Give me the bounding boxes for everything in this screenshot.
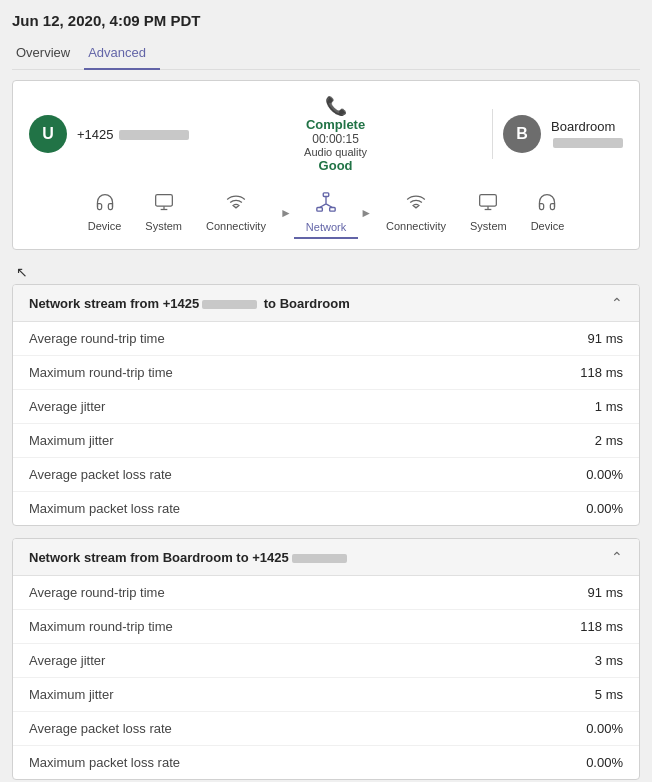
row-label: Average round-trip time	[29, 585, 165, 600]
network-icon	[315, 191, 337, 218]
stream2-chevron-up[interactable]: ⌃	[611, 549, 623, 565]
nav-item-connectivity-left[interactable]: Connectivity	[194, 188, 278, 238]
row-label: Average jitter	[29, 653, 105, 668]
table-row: Maximum round-trip time 118 ms	[13, 610, 639, 644]
nav-label-network: Network	[306, 221, 346, 233]
table-row: Average round-trip time 91 ms	[13, 576, 639, 610]
row-value: 0.00%	[586, 501, 623, 516]
table-row: Maximum round-trip time 118 ms	[13, 356, 639, 390]
phone-icon: 📞	[189, 95, 482, 117]
row-label: Maximum packet loss rate	[29, 755, 180, 770]
nav-item-system-right[interactable]: System	[458, 188, 519, 238]
row-value: 0.00%	[586, 467, 623, 482]
row-value: 91 ms	[588, 585, 623, 600]
stream1-redacted	[202, 300, 257, 309]
tab-overview[interactable]: Overview	[12, 39, 84, 70]
caller-right-redacted	[553, 138, 623, 148]
caller-left-phone: +1425	[77, 127, 114, 142]
caller-left-avatar: U	[29, 115, 67, 153]
stream1-section: Network stream from +1425 to Boardroom ⌃…	[12, 284, 640, 526]
call-center-status: 📞 Complete 00:00:15 Audio quality Good	[189, 95, 482, 173]
stream1-title: Network stream from +1425 to Boardroom	[29, 296, 350, 311]
row-label: Average round-trip time	[29, 331, 165, 346]
call-duration: 00:00:15	[189, 132, 482, 146]
nav-label-system-left: System	[145, 220, 182, 232]
stream1-chevron-up[interactable]: ⌃	[611, 295, 623, 311]
svg-line-8	[326, 204, 332, 208]
arrow-right-icon-2: ►	[358, 206, 374, 220]
table-row: Average packet loss rate 0.00%	[13, 458, 639, 492]
nav-label-device-right: Device	[531, 220, 565, 232]
caller-left-info: +1425	[77, 127, 189, 142]
row-value: 3 ms	[595, 653, 623, 668]
stream1-title-prefix: Network stream from +1425	[29, 296, 199, 311]
row-label: Maximum round-trip time	[29, 619, 173, 634]
nav-item-network[interactable]: Network	[294, 187, 358, 239]
svg-line-7	[320, 204, 326, 208]
audio-quality-label: Audio quality	[189, 146, 482, 158]
row-label: Maximum round-trip time	[29, 365, 173, 380]
nav-item-connectivity-right[interactable]: Connectivity	[374, 188, 458, 238]
stream2-header: Network stream from Boardroom to +1425 ⌃	[13, 539, 639, 576]
wifi-icon-right	[406, 192, 426, 217]
nav-item-system-left[interactable]: System	[133, 188, 194, 238]
row-value: 118 ms	[580, 365, 623, 380]
table-row: Maximum packet loss rate 0.00%	[13, 492, 639, 525]
nav-item-device-right[interactable]: Device	[519, 188, 577, 238]
cursor-area: ↖	[12, 262, 640, 284]
caller-right-name: Boardroom	[551, 119, 623, 134]
row-label: Maximum packet loss rate	[29, 501, 180, 516]
page-timestamp: Jun 12, 2020, 4:09 PM PDT	[12, 12, 640, 29]
monitor-icon-right	[478, 192, 498, 217]
nav-label-device-left: Device	[88, 220, 122, 232]
svg-rect-0	[155, 195, 172, 207]
svg-rect-9	[480, 195, 497, 207]
row-value: 118 ms	[580, 619, 623, 634]
svg-rect-3	[323, 193, 329, 197]
nav-item-device-left[interactable]: Device	[76, 188, 134, 238]
row-value: 1 ms	[595, 399, 623, 414]
row-label: Average jitter	[29, 399, 105, 414]
stream1-rows: Average round-trip time 91 ms Maximum ro…	[13, 322, 639, 525]
caller-left-redacted	[119, 130, 189, 140]
page-wrapper: Jun 12, 2020, 4:09 PM PDT Overview Advan…	[0, 0, 652, 782]
table-row: Average jitter 3 ms	[13, 644, 639, 678]
nav-label-system-right: System	[470, 220, 507, 232]
table-row: Maximum packet loss rate 0.00%	[13, 746, 639, 779]
nav-label-connectivity-right: Connectivity	[386, 220, 446, 232]
call-status: Complete	[189, 117, 482, 132]
table-row: Average round-trip time 91 ms	[13, 322, 639, 356]
audio-quality-value: Good	[189, 158, 482, 173]
network-nav: Device System Connectivity	[29, 187, 623, 239]
wifi-icon-left	[226, 192, 246, 217]
call-header: U +1425 📞 Complete 00:00:15 Audio qualit…	[29, 95, 623, 173]
monitor-icon-left	[154, 192, 174, 217]
row-value: 5 ms	[595, 687, 623, 702]
caller-right: B Boardroom	[503, 115, 623, 153]
cursor-indicator: ↖	[16, 264, 28, 280]
table-row: Maximum jitter 5 ms	[13, 678, 639, 712]
divider-vertical	[492, 109, 493, 159]
stream2-section: Network stream from Boardroom to +1425 ⌃…	[12, 538, 640, 780]
stream2-title-prefix: Network stream from Boardroom to +1425	[29, 550, 289, 565]
tab-advanced[interactable]: Advanced	[84, 39, 160, 70]
row-label: Average packet loss rate	[29, 721, 172, 736]
row-label: Maximum jitter	[29, 687, 114, 702]
table-row: Average jitter 1 ms	[13, 390, 639, 424]
row-value: 91 ms	[588, 331, 623, 346]
tabs-bar: Overview Advanced	[12, 39, 640, 70]
stream2-title: Network stream from Boardroom to +1425	[29, 550, 350, 565]
stream2-redacted	[292, 554, 347, 563]
row-value: 0.00%	[586, 755, 623, 770]
row-value: 0.00%	[586, 721, 623, 736]
table-row: Average packet loss rate 0.00%	[13, 712, 639, 746]
stream2-rows: Average round-trip time 91 ms Maximum ro…	[13, 576, 639, 779]
headset-icon-right	[537, 192, 557, 217]
stream1-header: Network stream from +1425 to Boardroom ⌃	[13, 285, 639, 322]
caller-left: U +1425	[29, 115, 189, 153]
table-row: Maximum jitter 2 ms	[13, 424, 639, 458]
headset-icon-left	[95, 192, 115, 217]
svg-rect-5	[330, 208, 336, 212]
nav-label-connectivity-left: Connectivity	[206, 220, 266, 232]
caller-right-info: Boardroom	[551, 119, 623, 149]
